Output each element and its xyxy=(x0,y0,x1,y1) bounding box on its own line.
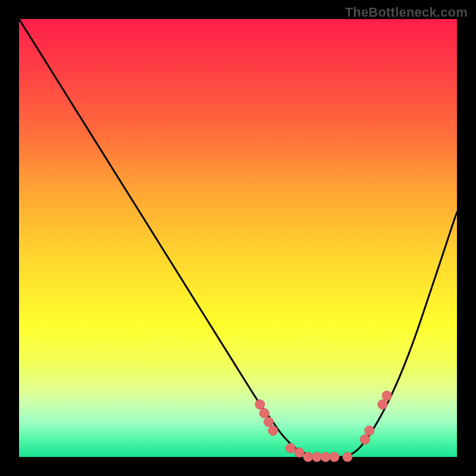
curve-marker xyxy=(321,452,330,462)
curve-marker xyxy=(268,426,278,436)
chart-svg xyxy=(19,19,457,457)
curve-marker xyxy=(378,400,387,409)
curve-marker xyxy=(360,435,369,444)
chart-frame: TheBottleneck.com xyxy=(0,0,476,476)
plot-area xyxy=(19,19,457,457)
curve-marker xyxy=(382,391,392,400)
curve-marker xyxy=(295,448,304,458)
watermark-text: TheBottleneck.com xyxy=(345,5,468,20)
curve-marker xyxy=(330,452,339,462)
bottleneck-curve xyxy=(19,19,457,457)
curve-marker xyxy=(303,452,313,462)
curve-marker xyxy=(312,452,322,462)
curve-marker xyxy=(264,417,274,427)
curve-marker xyxy=(255,400,265,409)
curve-marker xyxy=(365,426,374,436)
curve-markers xyxy=(255,391,392,462)
curve-marker xyxy=(286,443,295,453)
curve-marker xyxy=(343,452,352,462)
curve-marker xyxy=(259,408,269,418)
